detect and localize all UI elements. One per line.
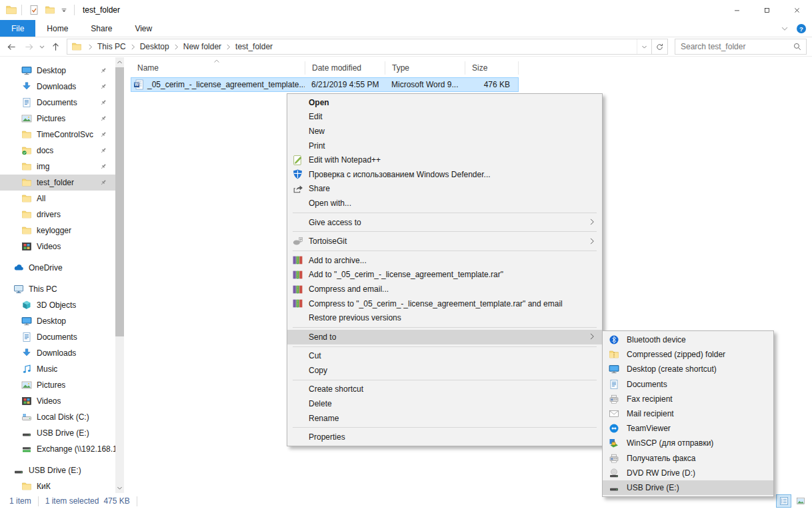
context-menu-item[interactable]: Rename	[287, 411, 602, 426]
context-menu-item[interactable]: Add to archive...	[287, 253, 602, 268]
scrollbar-thumb[interactable]	[115, 67, 124, 336]
refresh-icon[interactable]	[651, 39, 667, 54]
sidebar-item[interactable]: Videos	[0, 393, 115, 409]
context-menu-item[interactable]: Compress and email...	[287, 282, 602, 296]
sidebar-item[interactable]: Exchange (\\192.168.1.	[0, 441, 115, 457]
context-menu-item[interactable]: Print	[287, 139, 602, 153]
sidebar-item[interactable]: Local Disk (C:)	[0, 409, 115, 425]
sidebar-item[interactable]: USB Drive (E:)	[0, 462, 115, 478]
context-menu-item[interactable]: Open	[287, 95, 602, 110]
send-to-item[interactable]: Получатель факса	[603, 451, 773, 466]
sidebar-item[interactable]: Pictures	[0, 111, 115, 127]
ribbon-tab[interactable]: View	[123, 20, 163, 37]
sidebar-item[interactable]: USB Drive (E:)	[0, 425, 115, 441]
maximize-button[interactable]	[752, 0, 782, 20]
sidebar-item[interactable]: drivers	[0, 207, 115, 223]
qat-dropdown-icon[interactable]	[59, 5, 69, 15]
breadcrumb-item[interactable]: Desktop	[126, 42, 169, 51]
send-to-item[interactable]: DVD RW Drive (D:)	[603, 466, 773, 480]
minimize-button[interactable]	[722, 0, 752, 20]
sidebar-item[interactable]: TimeControlSvc	[0, 127, 115, 143]
context-menu-item[interactable]: TortoiseGit	[287, 234, 602, 249]
context-menu-item[interactable]: Share	[287, 182, 602, 197]
properties-check-icon[interactable]	[27, 3, 41, 17]
thumbnails-view-button[interactable]	[793, 494, 808, 508]
details-view-button[interactable]	[776, 494, 791, 508]
sidebar-item[interactable]: test_folder	[0, 175, 115, 191]
sidebar-item[interactable]: Pictures	[0, 377, 115, 393]
address-dropdown-chevron-icon[interactable]	[637, 39, 651, 54]
sidebar-item[interactable]: docs	[0, 143, 115, 159]
fax-icon	[609, 453, 619, 464]
sidebar-item[interactable]: Music	[0, 361, 115, 377]
send-to-item[interactable]: Bluetooth device	[603, 332, 773, 347]
sidebar: Desktop Downloads Documents Pictures	[0, 57, 124, 493]
send-to-item[interactable]: Documents	[603, 377, 773, 392]
context-menu-item[interactable]: Delete	[287, 396, 602, 411]
sidebar-section-gap	[0, 254, 115, 260]
send-to-item[interactable]: WinSCP (для отправки)	[603, 436, 773, 450]
sidebar-item[interactable]: Downloads	[0, 345, 115, 361]
context-menu-item[interactable]: Create shortcut	[287, 382, 602, 397]
sidebar-scrollbar[interactable]	[115, 57, 124, 493]
context-menu-item[interactable]: Compress to "_05_cerim_-_license_agreeme…	[287, 296, 602, 311]
sidebar-item[interactable]: img	[0, 159, 115, 175]
send-to-item[interactable]: Compressed (zipped) folder	[603, 347, 773, 362]
column-header[interactable]: Type	[385, 61, 465, 75]
context-menu-item[interactable]: New	[287, 124, 602, 139]
send-to-item[interactable]: Fax recipient	[603, 392, 773, 406]
sidebar-item[interactable]: Downloads	[0, 79, 115, 95]
scrollbar-up-button[interactable]	[115, 57, 124, 67]
breadcrumb-item[interactable]: New folder	[169, 42, 221, 51]
expand-ribbon-chevron-icon[interactable]	[780, 24, 789, 33]
send-to-item[interactable]: USB Drive (E:)	[603, 480, 773, 495]
sidebar-item[interactable]: Desktop	[0, 313, 115, 329]
send-to-item[interactable]: Mail recipient	[603, 406, 773, 421]
new-folder-icon[interactable]	[43, 3, 57, 17]
sidebar-item[interactable]: All	[0, 191, 115, 207]
sidebar-item[interactable]: This PC	[0, 281, 115, 297]
back-button[interactable]	[3, 39, 20, 55]
column-header[interactable]: Date modified	[305, 61, 385, 75]
column-header[interactable]: Size	[465, 61, 519, 75]
folder-icon	[21, 225, 32, 236]
context-menu-item[interactable]: Give access to	[287, 215, 602, 230]
submenu-chevron-icon	[588, 218, 596, 226]
context-menu-item[interactable]: Add to "_05_cerim_-_license_agreement_te…	[287, 268, 602, 282]
ribbon-tab[interactable]: Share	[79, 20, 123, 37]
context-menu-item[interactable]: Restore previous versions	[287, 310, 602, 325]
scrollbar-down-button[interactable]	[115, 483, 124, 493]
file-row[interactable]: W_05_cerim_-_license_agreement_template.…	[131, 77, 519, 92]
help-icon[interactable]: ?	[796, 23, 807, 34]
sidebar-item[interactable]: Documents	[0, 329, 115, 345]
close-button[interactable]	[782, 0, 812, 20]
ribbon-tab[interactable]: Home	[35, 20, 79, 37]
context-menu-item[interactable]: Open with...	[287, 196, 602, 211]
context-menu-item[interactable]: Edit	[287, 110, 602, 125]
send-to-item[interactable]: Desktop (create shortcut)	[603, 362, 773, 376]
sidebar-item[interactable]: Documents	[0, 95, 115, 111]
sidebar-item[interactable]: Videos	[0, 239, 115, 254]
forward-button[interactable]	[20, 39, 37, 55]
ribbon-tab[interactable]: File	[0, 20, 35, 37]
context-menu-item[interactable]: Copy	[287, 363, 602, 378]
up-button[interactable]	[47, 39, 64, 55]
address-bar[interactable]: This PC Desktop New folder test_folder	[67, 39, 668, 55]
search-input[interactable]	[681, 42, 793, 51]
sidebar-item[interactable]: КиК	[0, 478, 115, 493]
search-box[interactable]	[675, 39, 807, 55]
breadcrumb-item[interactable]: test_folder	[221, 42, 273, 51]
sidebar-item[interactable]: OneDrive	[0, 260, 115, 276]
sidebar-item[interactable]: 3D Objects	[0, 297, 115, 313]
recent-locations-chevron-icon[interactable]	[37, 39, 47, 55]
sidebar-item[interactable]: Desktop	[0, 63, 115, 79]
send-to-item[interactable]: TeamViewer	[603, 421, 773, 436]
context-menu-item[interactable]: Send to	[287, 330, 602, 344]
context-menu-item[interactable]: Cut	[287, 349, 602, 364]
context-menu-item[interactable]: Properties	[287, 430, 602, 444]
sidebar-item[interactable]: keylogger	[0, 223, 115, 239]
breadcrumb-item[interactable]: This PC	[83, 42, 126, 51]
context-menu-item[interactable]: Проверка с использованием Windows Defend…	[287, 167, 602, 182]
menu-separator	[293, 380, 597, 380]
context-menu-item[interactable]: Edit with Notepad++	[287, 153, 602, 167]
